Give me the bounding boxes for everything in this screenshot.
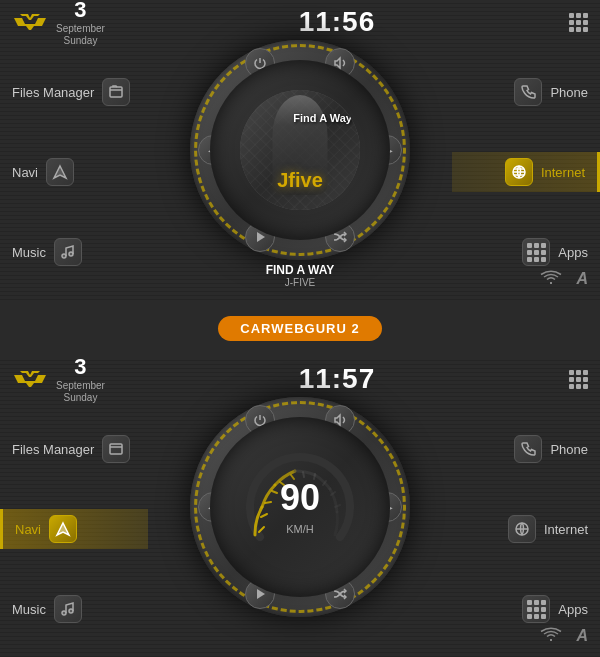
internet-icon-1	[505, 158, 533, 186]
header-date-1: 3 September Sunday	[56, 0, 105, 47]
apps-icon-box-2	[522, 595, 550, 623]
bottom-right-icons-2: A	[540, 627, 588, 647]
apps-grid-icon-2	[527, 600, 546, 619]
header-left-2: 3 September Sunday	[12, 357, 105, 404]
chevrolet-logo-2	[12, 365, 48, 393]
dial-outer-2: ◀ ▶	[190, 397, 410, 617]
sidebar-item-music-1[interactable]: Music	[0, 232, 148, 272]
sidebar-label-music-1: Music	[12, 245, 46, 260]
brightness-icon-1[interactable]: A	[576, 270, 588, 290]
svg-point-2	[69, 252, 73, 256]
sidebar-item-files-1[interactable]: Files Manager	[0, 72, 148, 112]
svg-line-12	[265, 502, 271, 503]
sidebar-left-2: Files Manager Navi Music	[0, 401, 148, 657]
album-art-1: Find A Way Jfive	[240, 90, 360, 210]
sidebar-right-2: Phone Internet Apps	[452, 401, 600, 657]
sidebar-left-1: Files Manager Navi Music	[0, 44, 148, 300]
center-dial-1: ◀ ▶	[190, 40, 410, 260]
wifi-icon-2[interactable]	[540, 627, 562, 647]
date-day-1: 3	[74, 0, 86, 23]
phone-icon-1	[514, 78, 542, 106]
internet-icon-2	[508, 515, 536, 543]
speed-display-2: 90 KM/H	[280, 477, 320, 537]
svg-marker-9	[257, 589, 265, 599]
sidebar-item-internet-2[interactable]: Internet	[452, 509, 600, 549]
sidebar-right-1: Phone Internet Apps	[452, 44, 600, 300]
grid-menu-2[interactable]	[569, 370, 588, 389]
album-art-bg-1: Find A Way Jfive	[240, 90, 360, 210]
sidebar-item-internet-1[interactable]: Internet	[452, 152, 600, 192]
track-artist-1: J-FIVE	[266, 277, 335, 288]
sidebar-item-apps-1[interactable]: Apps	[452, 232, 600, 272]
date-day-2: 3	[74, 357, 86, 380]
wifi-icon-1[interactable]	[540, 270, 562, 290]
panel-1: 3 September Sunday 11:56 Files Manager	[0, 0, 600, 300]
svg-rect-0	[110, 87, 122, 97]
dial-outer-1: ◀ ▶	[190, 40, 410, 260]
jfive-overlay-1: Jfive	[277, 169, 323, 192]
track-title-1: FIND A WAY	[266, 263, 335, 277]
chevrolet-logo-1	[12, 8, 48, 36]
sidebar-label-internet-1: Internet	[541, 165, 585, 180]
svg-marker-4	[257, 232, 265, 242]
music-icon-2	[54, 595, 82, 623]
header-left-1: 3 September Sunday	[12, 0, 105, 47]
sidebar-label-phone-2: Phone	[550, 442, 588, 457]
header-date-2: 3 September Sunday	[56, 357, 105, 404]
find-a-way-text-1: Find A Way	[293, 112, 352, 124]
sidebar-label-apps-2: Apps	[558, 602, 588, 617]
svg-line-13	[272, 491, 277, 493]
center-dial-2: ◀ ▶	[190, 397, 410, 617]
navi-icon-2	[49, 515, 77, 543]
sidebar-item-navi-1[interactable]: Navi	[0, 152, 148, 192]
panel-2: 3 September Sunday 11:57 Files Manager	[0, 357, 600, 657]
navi-icon-1	[46, 158, 74, 186]
speed-unit-2: KM/H	[286, 523, 314, 535]
svg-point-6	[62, 611, 66, 615]
brightness-icon-2[interactable]: A	[576, 627, 588, 647]
sidebar-item-phone-1[interactable]: Phone	[452, 72, 600, 112]
grid-icon-1	[569, 13, 588, 32]
divider-label: CARWEBGURU 2	[218, 316, 381, 341]
svg-rect-5	[110, 444, 122, 454]
header-time-2: 11:57	[299, 363, 376, 395]
date-month-1: September	[56, 23, 105, 35]
phone-icon-2	[514, 435, 542, 463]
svg-point-7	[69, 609, 73, 613]
divider: CARWEBGURU 2	[0, 300, 600, 357]
apps-icon-box-1	[522, 238, 550, 266]
sidebar-label-files-2: Files Manager	[12, 442, 94, 457]
sidebar-item-apps-2[interactable]: Apps	[452, 589, 600, 629]
track-info-1: FIND A WAY J-FIVE	[266, 263, 335, 288]
date-month-2: September	[56, 380, 105, 392]
files-icon-1	[102, 78, 130, 106]
sidebar-label-phone-1: Phone	[550, 85, 588, 100]
dial-middle-2: 90 KM/H	[210, 417, 390, 597]
sidebar-item-navi-2[interactable]: Navi	[0, 509, 148, 549]
sidebar-label-files-1: Files Manager	[12, 85, 94, 100]
dial-middle-1: Find A Way Jfive	[210, 60, 390, 240]
sidebar-item-files-2[interactable]: Files Manager	[0, 429, 148, 469]
sidebar-item-phone-2[interactable]: Phone	[452, 429, 600, 469]
sidebar-label-music-2: Music	[12, 602, 46, 617]
find-a-way-overlay-1: Find A Way	[293, 108, 352, 126]
files-icon-2	[102, 435, 130, 463]
header-2: 3 September Sunday 11:57	[0, 357, 600, 401]
sidebar-label-navi-1: Navi	[12, 165, 38, 180]
sidebar-label-apps-1: Apps	[558, 245, 588, 260]
sidebar-item-music-2[interactable]: Music	[0, 589, 148, 629]
bottom-right-icons-1: A	[540, 270, 588, 290]
sidebar-label-navi-2: Navi	[15, 522, 41, 537]
speed-number-2: 90	[280, 477, 320, 519]
grid-menu-1[interactable]	[569, 13, 588, 32]
speedometer-2: 90 KM/H	[240, 447, 360, 567]
header-time-1: 11:56	[299, 6, 376, 38]
sidebar-label-internet-2: Internet	[544, 522, 588, 537]
svg-line-11	[261, 514, 267, 517]
svg-point-1	[62, 254, 66, 258]
grid-icon-2	[569, 370, 588, 389]
music-icon-1	[54, 238, 82, 266]
apps-grid-icon-1	[527, 243, 546, 262]
jfive-text-1: Jfive	[277, 169, 323, 191]
header-1: 3 September Sunday 11:56	[0, 0, 600, 44]
